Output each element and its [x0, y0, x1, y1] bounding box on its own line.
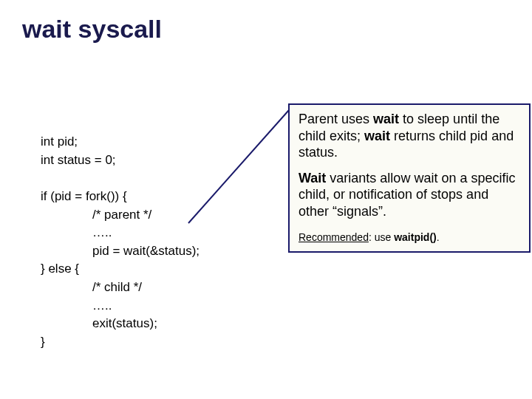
callout-box: Parent uses wait to sleep until the chil… [288, 103, 531, 253]
code-line: int pid; [41, 134, 78, 149]
code-line: ….. [92, 225, 112, 239]
code-line: if (pid = fork()) { [41, 189, 127, 203]
callout-paragraph: Parent uses wait to sleep until the chil… [299, 111, 520, 161]
svg-line-0 [188, 110, 289, 223]
code-line: ….. [92, 299, 112, 313]
code-line: } else { [41, 262, 79, 276]
code-line: } [41, 335, 45, 349]
code-line: pid = wait(&status); [92, 244, 200, 258]
code-line: /* child */ [92, 280, 142, 294]
slide: wait syscall int pid; int status = 0; if… [0, 0, 532, 399]
callout-paragraph: Wait variants allow wait on a specific c… [299, 170, 520, 220]
code-line: int status = 0; [41, 153, 116, 167]
callout-paragraph: Recommended: use waitpid(). [299, 228, 520, 245]
code-line: exit(status); [92, 316, 157, 330]
code-block: int pid; int status = 0; if (pid = fork(… [41, 133, 200, 352]
code-line: /* parent */ [92, 208, 151, 222]
page-title: wait syscall [22, 15, 162, 44]
